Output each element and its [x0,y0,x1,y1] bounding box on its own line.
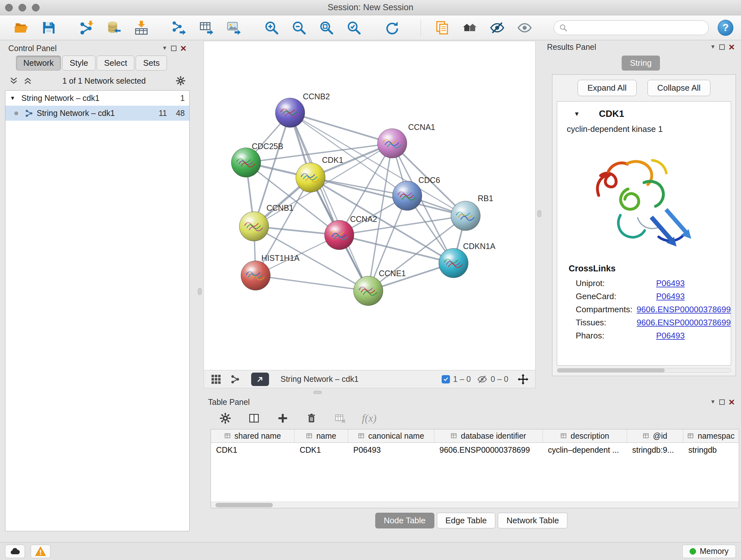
table-horizontal-scrollbar[interactable] [211,502,739,508]
collapse-all-icon[interactable] [9,76,18,85]
tab-style[interactable]: Style [62,56,95,71]
network-row[interactable]: String Network – cdk1 11 48 [5,106,189,121]
node-CCNA1[interactable]: CCNA1 [378,123,435,158]
table-panel-float-button[interactable] [719,399,725,405]
node-CDKN1A[interactable]: CDKN1A [439,242,495,278]
results-horizontal-scrollbar[interactable] [557,368,731,373]
minimize-window-button[interactable] [18,4,26,11]
control-panel-close-button[interactable]: × [180,43,186,53]
memory-button[interactable]: Memory [682,545,736,558]
collapse-entry-icon[interactable]: ▼ [574,111,580,118]
node-label-CCNB1: CCNB1 [266,203,293,212]
create-column-button[interactable] [276,411,290,425]
cell-canonical-name[interactable]: P06493 [348,445,434,455]
export-network-button[interactable] [171,19,188,37]
tab-edge-table[interactable]: Edge Table [437,513,495,528]
zoom-selected-button[interactable] [345,19,362,37]
cell-database-identifier[interactable]: 9606.ENSP00000378699 [434,445,543,455]
warnings-button[interactable] [30,545,51,558]
table-panel-close-button[interactable]: × [729,397,735,407]
edge-CDK1-RB1[interactable] [311,178,466,216]
zoom-out-button[interactable] [290,19,308,37]
open-in-new-window-button[interactable] [251,373,269,386]
column-header-id[interactable]: @id [627,429,683,442]
selected-checkbox-icon[interactable] [442,375,450,383]
network-canvas[interactable]: CCNB2CCNA1CDC25BCDK1CDC6RB1CCNB1CCNA2CDK… [204,41,536,370]
edge-CCNB2-CCNA1[interactable] [290,113,392,143]
show-all-views-button[interactable] [461,19,478,37]
zoom-in-button[interactable] [263,19,280,37]
search-input[interactable] [570,23,703,32]
save-session-button[interactable] [40,19,57,37]
open-session-button[interactable] [13,19,30,37]
network-collection-row[interactable]: ▼ String Network – cdk1 1 [5,91,189,106]
expand-all-button[interactable]: Expand All [578,80,636,96]
pharos-link[interactable]: P06493 [656,331,685,341]
control-panel-menu-chevron-icon[interactable]: ▼ [162,45,167,51]
zoom-fit-icon [319,20,334,36]
tab-sets[interactable]: Sets [136,56,167,71]
show-columns-button[interactable] [247,411,261,425]
import-network-from-database-button[interactable] [105,19,123,37]
left-splitter-handle[interactable] [198,288,202,295]
copy-network-button[interactable] [434,19,451,37]
zoom-fit-button[interactable] [318,19,335,37]
edge-CCNE1-HIST1H1A[interactable] [256,275,368,291]
cell-id[interactable]: stringdb:9... [627,445,683,455]
edge-CCNB2-CCNE1[interactable] [290,113,368,291]
right-splitter-handle[interactable] [537,210,541,217]
results-panel-menu-chevron-icon[interactable]: ▼ [710,44,716,50]
cell-description[interactable]: cyclin–dependent ... [543,445,627,455]
import-network-button[interactable] [78,19,95,37]
tree-expander-icon[interactable]: ▼ [10,95,18,102]
tab-select[interactable]: Select [97,56,134,71]
close-window-button[interactable] [5,4,13,11]
collapse-all-button[interactable]: Collapse All [648,80,711,96]
compartments-link[interactable]: 9606.ENSP00000378699 [636,305,731,314]
delete-column-button[interactable] [305,411,319,425]
node-CDK1[interactable]: CDK1 [296,155,343,192]
cell-namespace[interactable]: stringdb [683,445,739,455]
export-table-button[interactable] [198,19,215,37]
node-HIST1H1A[interactable]: HIST1H1A [241,253,300,290]
birds-eye-view-button[interactable] [210,373,222,386]
column-header-database-identifier[interactable]: database identifier [434,429,543,442]
column-header-shared-name[interactable]: shared name [211,429,294,442]
uniprot-link[interactable]: P06493 [656,278,685,288]
pan-mode-button[interactable] [517,373,529,386]
network-options-gear-icon[interactable] [176,76,186,86]
table-panel-menu-chevron-icon[interactable]: ▼ [710,399,716,405]
import-table-button[interactable] [133,19,150,37]
node-RB1[interactable]: RB1 [451,194,493,231]
help-button[interactable]: ? [718,20,733,36]
control-panel-float-button[interactable] [171,46,177,51]
column-header-canonical-name[interactable]: canonical name [348,429,434,442]
network-overview-button[interactable] [229,373,242,386]
hide-selected-button[interactable] [488,19,506,37]
bottom-splitter-handle[interactable] [313,391,322,394]
column-header-description[interactable]: description [543,429,627,442]
cell-shared-name[interactable]: CDK1 [211,445,294,455]
tab-string[interactable]: String [622,56,660,71]
genecard-link[interactable]: P06493 [656,292,685,301]
apply-layout-button[interactable] [383,19,400,37]
table-row[interactable]: CDK1 CDK1 P06493 9606.ENSP00000378699 cy… [211,443,739,457]
tissues-link[interactable]: 9606.ENSP00000378699 [636,318,731,327]
zoom-window-button[interactable] [32,4,40,11]
export-image-button[interactable] [225,19,243,37]
expand-all-icon[interactable] [23,76,32,85]
column-header-name[interactable]: name [294,429,348,442]
gene-entry-header[interactable]: ▼ CDK1 [557,106,731,122]
cloud-status-button[interactable] [5,545,25,558]
table-options-button[interactable] [218,411,232,425]
cell-name[interactable]: CDK1 [294,445,348,455]
node-label-CDC25B: CDC25B [252,142,283,151]
selected-counter-text: 1 – 0 [453,374,471,384]
results-panel-close-button[interactable]: × [729,42,735,52]
show-hidden-button[interactable] [516,19,533,37]
tab-node-table[interactable]: Node Table [375,513,434,528]
results-panel-float-button[interactable] [719,44,725,50]
tab-network[interactable]: Network [16,56,61,71]
tab-network-table[interactable]: Network Table [498,513,567,528]
column-header-namespace[interactable]: namespac [683,429,739,442]
